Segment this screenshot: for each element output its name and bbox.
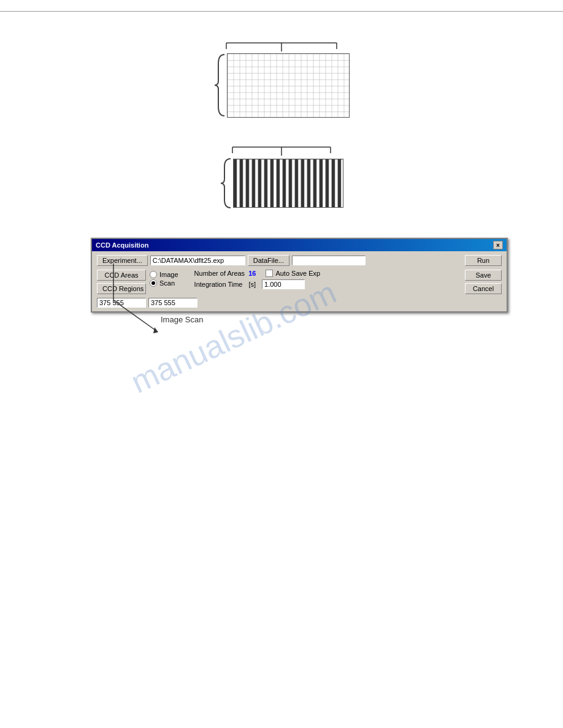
number-of-areas-row: Number of Areas 16 Auto Save Exp [194,270,321,277]
grid-container [213,51,350,119]
lines-container [220,156,343,211]
dialog-title: CCD Acquisition [96,241,148,249]
radio-scan-outer [150,279,157,287]
dialog-close-button[interactable]: × [493,241,503,249]
auto-save-checkbox[interactable] [266,270,273,277]
auto-save-row: Auto Save Exp [266,270,320,277]
number-of-areas-label: Number of Areas [194,270,245,277]
number-of-areas-value: 16 [248,270,256,277]
radio-scan-label: Scan [159,279,175,287]
lines-diagram [220,141,343,211]
mode-section: Image Scan [150,270,178,294]
dialog-row2: CCD Areas CCD Regions Image [97,270,502,294]
scan-left-brace-svg [220,156,233,211]
radio-image-option[interactable]: Image [150,271,178,278]
dialog-body: Experiment... DataFile... Run CCD Areas … [92,251,507,311]
svg-marker-10 [153,327,158,333]
top-border [0,11,563,12]
datafile-button[interactable]: DataFile... [248,255,289,266]
top-brace-svg [217,37,346,51]
integration-time-row: Integration Time [s] [194,279,321,289]
image-scan-label: Image Scan [161,315,203,324]
right-buttons: Save Cancel [465,270,502,294]
radio-scan-inner [151,281,155,285]
ccd-dialog: CCD Acquisition × Experiment... DataFile… [91,238,508,313]
left-buttons: CCD Areas CCD Regions [97,270,146,294]
radio-image-label: Image [159,271,178,278]
bottom-input1[interactable] [97,298,146,308]
integration-time-label: Integration Time [194,281,243,288]
save-button[interactable]: Save [465,270,502,281]
scan-brace-svg [223,141,340,156]
experiment-button[interactable]: Experiment... [97,255,148,266]
integration-time-input[interactable] [262,279,305,289]
grid-diagram [213,37,350,119]
dialog-row1: Experiment... DataFile... Run [97,255,502,266]
auto-save-label: Auto Save Exp [275,270,320,277]
ccd-regions-button[interactable]: CCD Regions [97,283,146,294]
datafile-input[interactable] [292,256,366,265]
left-brace-svg [213,51,227,119]
grid-box-2d [227,53,350,118]
path-input[interactable] [150,256,245,265]
dialog-titlebar: CCD Acquisition × [92,239,507,251]
bottom-input2[interactable] [148,298,197,308]
integration-time-unit: [s] [248,281,256,288]
radio-image-outer [150,271,157,278]
cancel-button[interactable]: Cancel [465,283,502,294]
info-section: Number of Areas 16 Auto Save Exp Integra… [194,270,321,294]
scan-lines-box [233,159,343,208]
ccd-areas-button[interactable]: CCD Areas [97,270,146,281]
dialog-row3 [97,298,502,308]
radio-group: Image Scan [150,271,178,287]
run-button[interactable]: Run [465,255,502,266]
radio-scan-option[interactable]: Scan [150,279,178,287]
